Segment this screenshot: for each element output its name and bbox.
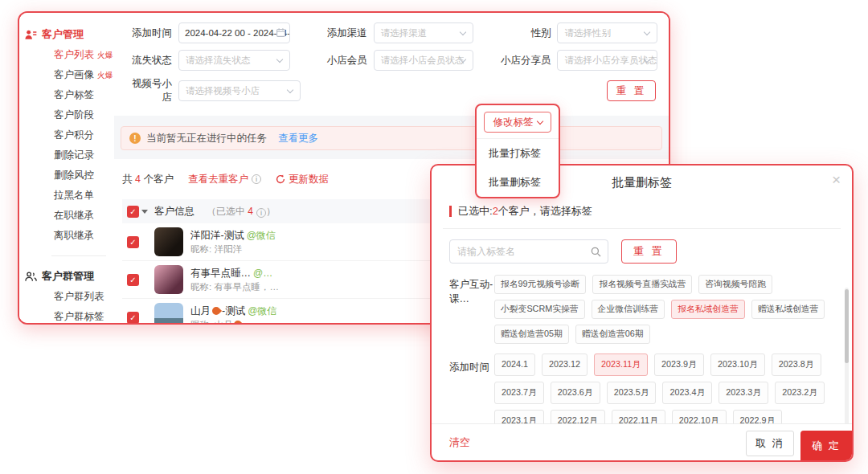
tag-option[interactable]: 2023.3月 <box>719 382 768 404</box>
tag-option[interactable]: 赠送创造营06期 <box>575 325 650 344</box>
tag-option[interactable]: 2023.1月 <box>494 410 544 423</box>
sidebar-section-customer: 客户管理 <box>19 24 114 45</box>
customer-name: 有事早点睡… <box>190 267 251 280</box>
video-shop-select[interactable]: 请选择视频号小店 <box>178 80 301 101</box>
tag-option[interactable]: 2022.9月 <box>733 410 783 423</box>
sidebar-item-label: 在职继承 <box>54 209 94 223</box>
confirm-button[interactable]: 确 定 <box>800 431 852 460</box>
scrollbar-track <box>845 288 849 423</box>
tag-search-box <box>449 239 608 264</box>
tag-group-add-time: 添加时间 2024.12023.122023.11月2023.9月2023.10… <box>449 353 834 423</box>
churn-status-select[interactable]: 请选择流失状态 <box>178 50 290 71</box>
tag-option[interactable]: 2023.4月 <box>662 382 712 404</box>
customer-name: 山月 <box>190 304 211 318</box>
tag-option[interactable]: 2022.12月 <box>551 410 605 423</box>
tag-search-input[interactable] <box>450 240 608 263</box>
filter-label-gender: 性别 <box>486 27 551 40</box>
sidebar-item[interactable]: 客户列表 火爆 <box>54 45 114 65</box>
refresh-icon <box>276 174 285 184</box>
tag-group-label: 客户互动-课… <box>449 275 494 344</box>
sidebar-item[interactable]: 客户标签 <box>54 85 114 105</box>
sidebar-menu-customer: 客户列表 火爆 客户画像 火爆 客户标签 客户阶段 客户积分 <box>19 45 114 246</box>
cancel-button[interactable]: 取 消 <box>746 431 794 456</box>
notice-bar: ! 当前暂无正在进行中的任务 查看更多 <box>121 126 662 150</box>
dedup-link[interactable]: 查看去重客户 <box>188 173 248 186</box>
tag-option[interactable]: 2022.10月 <box>672 410 727 423</box>
row-checkbox[interactable]: ✓ <box>127 274 139 286</box>
clear-link[interactable]: 清空 <box>449 435 470 450</box>
customer-nickname: 昵称: 山月 <box>190 318 232 325</box>
refresh-data-link[interactable]: 更新数据 <box>276 173 329 186</box>
sidebar-item[interactable]: 离职继承 <box>54 226 114 246</box>
tag-option[interactable]: 2023.11月 <box>594 353 648 376</box>
dropdown-menu-item[interactable]: 批量删标签 <box>477 168 559 197</box>
sidebar-item[interactable]: 客户画像 火爆 <box>54 65 114 85</box>
date-range-input[interactable]: 2024-04-22 00 - 2024-04-29 23 <box>178 22 290 43</box>
tag-option[interactable]: 报名私域创造营 <box>671 300 745 319</box>
batch-delete-tag-modal: 批量删标签 × 已选中:2个客户，请选择标签 重 置 客户互动 <box>430 164 854 462</box>
sidebar-menu-group: 客户群列表 客户群标签 <box>19 287 114 325</box>
gender-select[interactable]: 请选择性别 <box>557 22 657 43</box>
sidebar-item-label: 删除风控 <box>54 169 94 182</box>
tag-list: 报名99元视频号诊断报名视频号直播实战营咨询视频号陪跑小裂变SCRM实操营企业微… <box>494 275 834 344</box>
total-count-text: 共 4 个客户 <box>122 173 174 186</box>
dropdown-menu-item[interactable]: 批量打标签 <box>477 139 559 168</box>
tag-option[interactable]: 2023.10月 <box>710 353 765 376</box>
tag-option[interactable]: 2023.8月 <box>772 353 821 376</box>
sidebar-section-title: 客户群管理 <box>42 269 94 284</box>
tag-option[interactable]: 报名视频号直播实战营 <box>592 275 692 294</box>
select-all-checkbox[interactable]: ✓ <box>127 206 139 218</box>
view-more-link[interactable]: 查看更多 <box>278 132 318 145</box>
tag-option[interactable]: 2023.2月 <box>775 382 825 404</box>
sidebar-item-label: 删除记录 <box>54 149 94 162</box>
tag-option[interactable]: 报名99元视频号诊断 <box>494 275 586 294</box>
shop-member-select[interactable]: 请选择小店会员状态 <box>374 50 474 71</box>
sidebar-item[interactable]: 客户群标签 <box>54 307 114 325</box>
sidebar-item[interactable]: 客户积分 <box>54 125 114 145</box>
tag-option[interactable]: 赠送私域创造营 <box>751 300 825 319</box>
wechat-badge: @微信 <box>247 229 276 243</box>
modify-tag-button[interactable]: 修改标签 <box>484 112 551 133</box>
select-placeholder: 请选择视频号小店 <box>186 86 260 96</box>
row-checkbox[interactable]: ✓ <box>127 236 139 248</box>
tag-option[interactable]: 2023.7月 <box>494 382 544 404</box>
tag-option[interactable]: 2022.11月 <box>612 410 665 423</box>
sidebar-item[interactable]: 在职继承 <box>54 206 114 226</box>
tag-option[interactable]: 2023.6月 <box>551 382 600 404</box>
select-placeholder: 请选择小店会员状态 <box>381 55 465 65</box>
sidebar-item[interactable]: 删除记录 <box>54 145 114 165</box>
close-icon[interactable]: × <box>832 172 841 187</box>
sidebar-item[interactable]: 删除风控 <box>54 165 114 186</box>
tag-option[interactable]: 小裂变SCRM实操营 <box>494 300 585 319</box>
sidebar-item-label: 拉黑名单 <box>54 189 94 202</box>
sidebar-item[interactable]: 拉黑名单 <box>54 186 114 206</box>
selected-count-note: （已选中 4i） <box>207 205 276 219</box>
tag-option[interactable]: 企业微信训练营 <box>592 300 665 319</box>
reset-filters-button[interactable]: 重 置 <box>607 80 656 101</box>
tag-option[interactable]: 咨询视频号陪跑 <box>698 275 772 294</box>
calendar-icon <box>276 28 285 37</box>
select-placeholder: 请选择小店分享员状态 <box>564 55 657 65</box>
filter-label-shop-sharer: 小店分享员 <box>486 54 551 67</box>
tag-option[interactable]: 2023.5月 <box>607 382 657 404</box>
sidebar-item[interactable]: 客户群列表 <box>54 287 114 307</box>
sidebar-item-label: 客户列表 <box>54 48 94 62</box>
shop-sharer-select[interactable]: 请选择小店分享员状态 <box>557 50 657 71</box>
chevron-down-icon <box>644 29 650 35</box>
scrollbar-thumb[interactable] <box>845 289 849 363</box>
tag-option[interactable]: 2024.1 <box>494 353 535 376</box>
tag-option[interactable]: 2023.9月 <box>654 353 704 376</box>
add-channel-select[interactable]: 请选择渠道 <box>374 22 474 43</box>
caret-down-icon[interactable] <box>141 210 148 214</box>
tag-option[interactable]: 赠送创造营05期 <box>494 325 569 344</box>
selected-summary: 已选中:2个客户，请选择标签 <box>449 204 834 219</box>
sidebar-item[interactable]: 客户阶段 <box>54 105 114 125</box>
accent-bar <box>449 206 452 217</box>
sidebar-section-group: 客户群管理 <box>19 266 114 287</box>
customer-nickname: 昵称: 洋阳洋 <box>190 243 276 255</box>
tag-option[interactable]: 2023.12 <box>542 353 588 376</box>
reset-tags-button[interactable]: 重 置 <box>621 239 677 264</box>
row-checkbox[interactable]: ✓ <box>127 312 139 324</box>
customer-nickname: 昵称: 有事早点睡，… <box>190 280 279 293</box>
sidebar-item-label: 客户群列表 <box>54 290 104 304</box>
